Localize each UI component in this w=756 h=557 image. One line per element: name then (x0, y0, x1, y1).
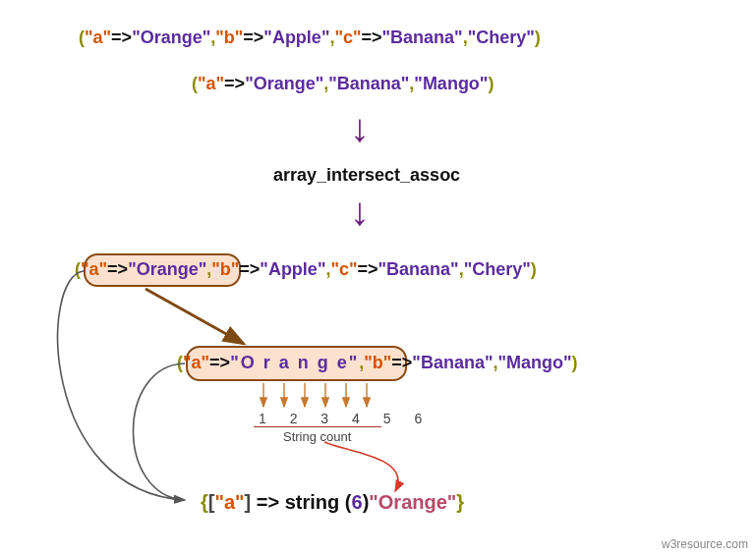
string-count-underline (254, 426, 381, 427)
a2-k0: "a" (198, 74, 224, 93)
r3-k2: "c" (330, 259, 357, 279)
result-open: { (201, 491, 208, 513)
result-key: "a" (214, 491, 244, 513)
diagram-root: ("a"=>"Orange","b"=>"Apple","c"=>"Banana… (0, 0, 756, 557)
r4-tail: "Mango" (497, 353, 571, 372)
result-value: "Orange" (369, 491, 456, 513)
result-close: } (456, 491, 464, 513)
r4-k1: "b" (364, 353, 391, 372)
r4-k0: "a" (183, 353, 209, 372)
array2-line: ("a"=>"Orange","Banana","Mango") (192, 74, 494, 94)
down-arrow-icon: ↓ (350, 190, 370, 234)
a1-v1: "Apple" (263, 28, 329, 47)
array2-expanded-line: ("a"=>"O r a n g e","b"=>"Banana","Mango… (177, 353, 578, 373)
a1-tail: "Chery" (468, 28, 535, 47)
r3-tail: "Chery" (464, 259, 531, 279)
result-stringword: string (285, 491, 345, 513)
r3-k1: "b" (211, 259, 239, 279)
a1-k1: "b" (215, 28, 243, 47)
result-count: 6 (352, 491, 363, 513)
down-arrow-icon: ↓ (350, 106, 370, 150)
r3-v1: "Apple" (260, 259, 325, 279)
array1-line: ("a"=>"Orange","b"=>"Apple","c"=>"Banana… (79, 28, 541, 48)
a2-tail1: "Banana" (328, 74, 409, 93)
result-paren-open: ( (345, 491, 352, 513)
a1-k0: "a" (85, 28, 111, 47)
r3-v2: "Banana" (378, 259, 459, 279)
result-line: {["a"] => string (6)"Orange"} (201, 491, 464, 514)
result-arrow: => (251, 491, 284, 513)
watermark: w3resource.com (662, 537, 748, 551)
array1-expanded-line: ("a"=>"Orange","b"=>"Apple","c"=>"Banana… (75, 259, 537, 280)
a2-v0: "Orange" (245, 74, 323, 93)
function-name: array_intersect_assoc (273, 165, 460, 186)
a2-tail2: "Mango" (414, 74, 488, 93)
r4-v1: "Banana" (412, 353, 493, 372)
r4-v0-spaced: "O r a n g e" (230, 353, 359, 372)
r3-k0: "a" (81, 259, 107, 279)
a1-v2: "Banana" (382, 28, 463, 47)
string-count-numbers: 1 2 3 4 5 6 (259, 411, 432, 426)
r3-v0: "Orange" (128, 259, 206, 279)
string-count-label: String count (283, 429, 351, 444)
a1-k2: "c" (334, 28, 361, 47)
a1-v0: "Orange" (132, 28, 210, 47)
